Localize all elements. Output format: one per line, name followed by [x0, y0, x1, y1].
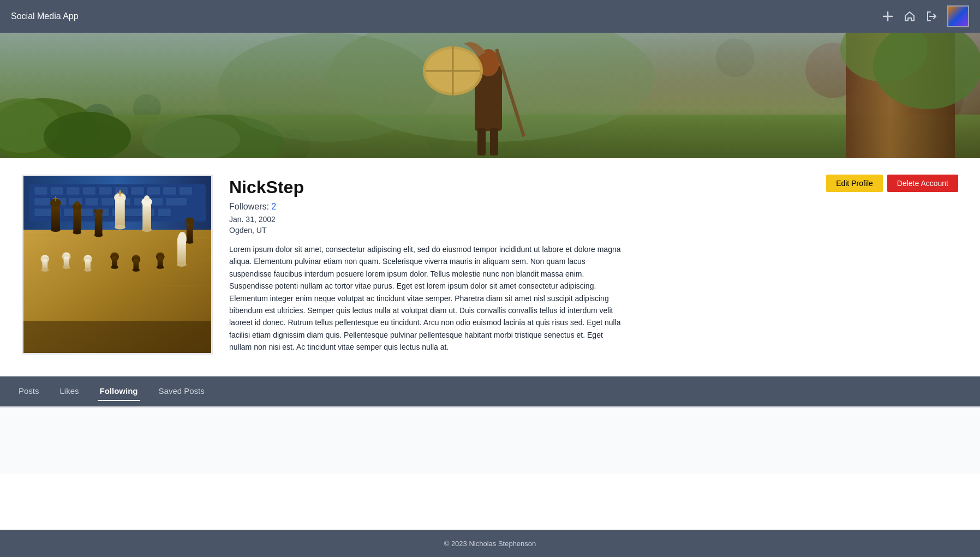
- content-area: [0, 408, 980, 474]
- logout-icon[interactable]: [925, 10, 937, 22]
- svg-rect-61: [73, 207, 81, 232]
- svg-rect-36: [179, 187, 193, 195]
- svg-rect-77: [100, 209, 103, 213]
- svg-point-69: [115, 225, 126, 230]
- svg-rect-28: [50, 187, 64, 195]
- svg-point-87: [84, 268, 92, 272]
- profile-followers: Followers: 2: [229, 202, 958, 212]
- svg-point-81: [41, 268, 49, 272]
- profile-location: Ogden, UT: [229, 226, 958, 235]
- footer: © 2023 Nicholas Stephenson: [0, 530, 980, 557]
- avatar[interactable]: [947, 5, 969, 27]
- svg-rect-76: [98, 209, 100, 213]
- svg-point-78: [94, 233, 103, 237]
- svg-rect-35: [163, 187, 177, 195]
- tab-likes[interactable]: Likes: [58, 382, 81, 401]
- svg-rect-37: [34, 197, 50, 206]
- tab-following[interactable]: Following: [98, 382, 140, 401]
- svg-rect-48: [80, 208, 93, 217]
- svg-point-63: [75, 201, 79, 206]
- svg-rect-33: [131, 187, 145, 195]
- svg-rect-45: [165, 197, 187, 206]
- svg-point-101: [186, 241, 194, 244]
- svg-rect-31: [99, 187, 112, 195]
- svg-rect-74: [95, 211, 103, 235]
- svg-rect-41: [101, 197, 115, 206]
- svg-point-96: [157, 266, 164, 269]
- profile-banner: [0, 33, 980, 158]
- footer-copyright: © 2023 Nicholas Stephenson: [444, 540, 536, 548]
- app-title: Social Media App: [11, 11, 79, 21]
- svg-rect-102: [23, 321, 211, 353]
- edit-profile-button[interactable]: Edit Profile: [826, 175, 883, 192]
- profile-actions: Edit Profile Delete Account: [826, 175, 958, 192]
- tab-posts[interactable]: Posts: [16, 382, 41, 401]
- svg-point-90: [111, 266, 118, 269]
- svg-point-60: [51, 227, 61, 232]
- svg-rect-51: [158, 208, 171, 217]
- profile-info: NickStep Followers: 2 Jan. 31, 2002 Ogde…: [229, 175, 958, 354]
- svg-point-98: [177, 262, 187, 267]
- profile-section: NickStep Followers: 2 Jan. 31, 2002 Ogde…: [0, 158, 980, 376]
- followers-count: 2: [271, 202, 276, 211]
- svg-point-64: [73, 231, 81, 235]
- svg-rect-86: [85, 259, 91, 270]
- nav-icons-group: [882, 5, 969, 27]
- svg-rect-92: [133, 259, 139, 270]
- tab-saved-posts[interactable]: Saved Posts: [157, 382, 207, 401]
- profile-bio: Lorem ipsum dolor sit amet, consectetur …: [229, 243, 622, 354]
- svg-rect-30: [82, 187, 96, 195]
- svg-rect-80: [42, 259, 47, 270]
- svg-rect-24: [0, 33, 980, 158]
- svg-point-93: [133, 268, 140, 272]
- profile-avatar: [22, 175, 213, 355]
- top-navigation: Social Media App: [0, 0, 980, 33]
- svg-rect-75: [94, 209, 97, 213]
- svg-point-73: [142, 227, 152, 232]
- svg-rect-27: [34, 187, 48, 195]
- home-icon[interactable]: [904, 10, 916, 22]
- profile-date: Jan. 31, 2002: [229, 215, 958, 224]
- svg-rect-29: [67, 187, 80, 195]
- add-icon[interactable]: [882, 10, 894, 22]
- svg-point-72: [144, 195, 150, 201]
- svg-rect-40: [85, 197, 99, 206]
- tab-bar: Posts Likes Following Saved Posts: [0, 376, 980, 406]
- svg-rect-34: [147, 187, 160, 195]
- svg-point-100: [186, 218, 194, 224]
- svg-point-84: [63, 266, 70, 269]
- delete-account-button[interactable]: Delete Account: [887, 175, 958, 192]
